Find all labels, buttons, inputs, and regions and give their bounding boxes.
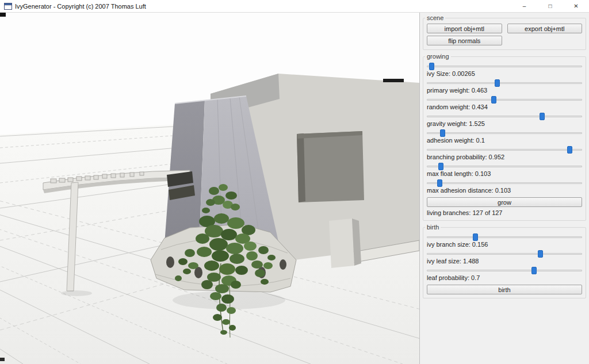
slider-handle[interactable] [495, 79, 500, 87]
branching-probability-label: branching probability: 0.952 [427, 154, 582, 161]
birth-button[interactable]: birth [427, 285, 582, 294]
slider-track [427, 99, 582, 101]
primary-weight-slider[interactable] [427, 79, 582, 87]
random-weight-label: random weight: 0.434 [427, 104, 582, 111]
slider-track [427, 82, 582, 84]
ivy-leaf-size-slider[interactable] [427, 250, 582, 258]
slider-track [427, 182, 582, 184]
slider-track [427, 270, 582, 271]
window-title: IvyGenerator - Copyright (c) 2007 Thomas… [15, 3, 511, 10]
scene-group: scene import obj+mtl export obj+mtl flip… [423, 14, 586, 50]
control-panel: scene import obj+mtl export obj+mtl flip… [419, 13, 589, 364]
branching-probability-slider[interactable] [427, 146, 582, 154]
growing-group: growing ivy Size: 0.00265 primary weight… [423, 53, 586, 221]
ivy-size-slider[interactable] [427, 63, 582, 70]
slider-handle[interactable] [531, 267, 537, 274]
slider-handle[interactable] [438, 163, 443, 170]
gravity-weight-slider[interactable] [427, 113, 582, 120]
leaf-probability-slider[interactable] [427, 267, 582, 274]
roof-notch [383, 79, 404, 82]
scene-render [0, 13, 419, 364]
birth-group: birth ivy branch size: 0.156 ivy leaf si… [423, 224, 586, 298]
slider-handle[interactable] [429, 63, 434, 70]
slider-track [427, 66, 582, 67]
growing-group-label: growing [425, 53, 451, 60]
minimize-button[interactable]: – [511, 0, 537, 12]
slider-track [427, 236, 582, 238]
leaf-probability-label: leaf probability: 0.7 [427, 274, 582, 282]
slider-handle[interactable] [473, 233, 478, 241]
max-adhesion-distance-slider[interactable] [427, 179, 582, 187]
close-button[interactable]: ✕ [563, 0, 589, 12]
import-obj-button[interactable]: import obj+mtl [427, 24, 502, 33]
random-weight-slider[interactable] [427, 96, 582, 104]
slider-handle[interactable] [538, 250, 543, 258]
slider-handle[interactable] [491, 96, 496, 104]
corner-marker-bottom [0, 358, 5, 361]
ivy-branch-size-slider[interactable] [427, 233, 582, 241]
post-shadow [61, 290, 92, 296]
corner-marker-top [0, 13, 6, 17]
ivy-branch-size-label: ivy branch size: 0.156 [427, 241, 582, 248]
birth-group-label: birth [425, 224, 441, 231]
window-controls: – □ ✕ [511, 0, 589, 12]
ivy-size-label: ivy Size: 0.00265 [427, 70, 582, 78]
export-obj-button[interactable]: export obj+mtl [507, 24, 583, 33]
titlebar: IvyGenerator - Copyright (c) 2007 Thomas… [0, 0, 589, 13]
adhesion-weight-label: adhesion weight: 0.1 [427, 137, 582, 144]
slider-track [427, 166, 582, 167]
max-float-length-label: max float length: 0.103 [427, 170, 582, 178]
slider-handle[interactable] [437, 179, 442, 187]
slider-track [427, 149, 582, 151]
max-float-length-slider[interactable] [427, 163, 582, 170]
grow-button[interactable]: grow [427, 197, 582, 207]
scene-group-label: scene [425, 14, 445, 21]
ivy-leaf-size-label: ivy leaf size: 1.488 [427, 258, 582, 265]
primary-weight-label: primary weight: 0.463 [427, 87, 582, 94]
flip-normals-button[interactable]: flip normals [427, 36, 502, 45]
slider-handle[interactable] [567, 146, 572, 154]
main-area: scene import obj+mtl export obj+mtl flip… [0, 13, 589, 364]
right-pillar-front [329, 219, 354, 268]
adhesion-weight-slider[interactable] [427, 129, 582, 137]
slider-track [427, 116, 582, 117]
3d-viewport[interactable] [0, 13, 419, 364]
slider-track [427, 253, 582, 255]
gravity-weight-label: gravity weight: 1.525 [427, 120, 582, 128]
max-adhesion-distance-label: max adhesion distance: 0.103 [427, 187, 582, 194]
living-branches-status: living branches: 127 of 127 [427, 209, 582, 217]
doorway [297, 131, 364, 202]
slider-track [427, 132, 582, 134]
app-icon [4, 3, 12, 10]
slider-handle[interactable] [540, 113, 545, 120]
maximize-button[interactable]: □ [537, 0, 563, 12]
app-window: IvyGenerator - Copyright (c) 2007 Thomas… [0, 0, 589, 364]
slider-handle[interactable] [440, 129, 445, 137]
